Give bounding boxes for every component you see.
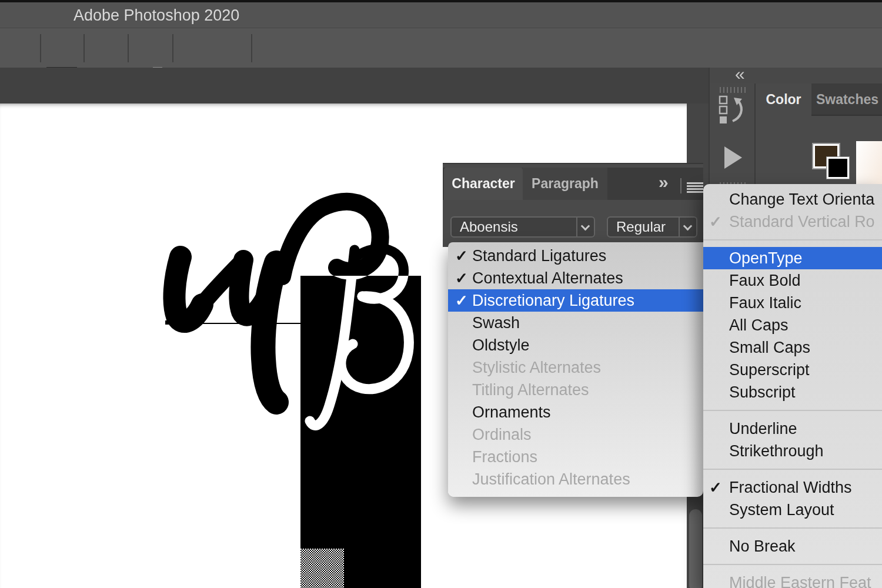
menu-item-contextual-alternates[interactable]: ✓ Contextual Alternates	[448, 267, 703, 289]
menu-item-faux-italic[interactable]: Faux Italic	[703, 292, 882, 314]
background-color-swatch[interactable]	[827, 157, 849, 179]
menu-item-faux-bold[interactable]: Faux Bold	[703, 269, 882, 292]
menu-item-ornaments[interactable]: Ornaments	[448, 401, 703, 423]
menu-item-oldstyle[interactable]: Oldstyle	[448, 334, 703, 356]
menu-item-no-break[interactable]: No Break	[703, 535, 882, 557]
character-panel-tabstrip: Character Paragraph »	[443, 168, 703, 200]
menu-item-system-layout[interactable]: System Layout	[703, 499, 882, 521]
font-family-value: Aboensis	[460, 218, 518, 236]
baseline-anchor-point[interactable]	[165, 320, 169, 325]
menu-item-subscript[interactable]: Subscript	[703, 381, 882, 403]
tab-character[interactable]: Character	[444, 168, 523, 200]
tab-swatches[interactable]: Swatches	[811, 83, 882, 116]
toolbar-divider	[83, 34, 85, 62]
menu-item-underline[interactable]: Underline	[703, 417, 882, 440]
menu-item-stylistic-alternates: Stylistic Alternates	[448, 356, 703, 379]
menu-item-standard-vertical-roman: ✓ Standard Vertical Ro	[703, 211, 882, 233]
menu-item-strikethrough[interactable]: Strikethrough	[703, 440, 882, 462]
font-style-select[interactable]: Regular	[607, 216, 697, 238]
transparency-checker	[300, 549, 344, 588]
menu-item-ordinals: Ordinals	[448, 423, 703, 446]
canvas-header-strip	[0, 68, 709, 103]
menu-item-opentype[interactable]: OpenType	[703, 247, 882, 269]
dropdown-chevron-box[interactable]	[576, 218, 594, 236]
check-icon: ✓	[455, 245, 468, 267]
menu-item-fractions: Fractions	[448, 446, 703, 468]
options-bar: T 3D	[0, 28, 882, 68]
panel-divider	[680, 178, 681, 193]
snapshot-action-icon[interactable]	[719, 95, 748, 126]
check-icon: ✓	[455, 267, 468, 289]
dock-header: «	[710, 68, 882, 83]
character-panel: Character Paragraph » Aboensis Regular	[443, 163, 703, 247]
menu-separator	[703, 239, 882, 240]
menu-item-titling-alternates: Titling Alternates	[448, 379, 703, 401]
menu-item-discretionary-ligatures[interactable]: ✓ Discretionary Ligatures	[448, 289, 703, 312]
panel-menu-icon[interactable]	[687, 182, 703, 193]
menu-separator	[703, 564, 882, 565]
title-bar[interactable]: Adobe Photoshop 2020	[0, 2, 882, 28]
toolbar-divider	[172, 34, 173, 62]
menu-item-small-caps[interactable]: Small Caps	[703, 336, 882, 359]
toolbar-divider	[251, 34, 252, 62]
check-icon: ✓	[709, 211, 722, 233]
check-icon: ✓	[709, 476, 722, 499]
chevron-down-icon	[683, 222, 693, 231]
menu-item-superscript[interactable]: Superscript	[703, 359, 882, 381]
menu-item-change-text-orientation[interactable]: Change Text Orienta	[703, 188, 882, 211]
dropdown-chevron-box[interactable]	[679, 218, 696, 236]
menu-separator	[703, 527, 882, 529]
toolbar-divider	[128, 34, 129, 62]
check-icon: ✓	[455, 289, 468, 312]
menu-item-justification-alternates: Justification Alternates	[448, 468, 703, 490]
character-panel-menu: Change Text Orienta ✓ Standard Vertical …	[703, 184, 882, 588]
menu-separator	[703, 410, 882, 411]
window-title: Adobe Photoshop 2020	[74, 2, 239, 28]
panel-grip-dots[interactable]	[720, 87, 746, 93]
tab-paragraph[interactable]: Paragraph	[523, 168, 607, 200]
collapse-panels-icon[interactable]: «	[735, 64, 744, 84]
font-family-select[interactable]: Aboensis	[450, 216, 595, 238]
vertical-scrollbar-thumb[interactable]	[689, 509, 702, 588]
panel-expand-icon[interactable]: »	[659, 172, 667, 192]
photoshop-window: Adobe Photoshop 2020 T	[0, 0, 882, 588]
opentype-submenu: ✓ Standard Ligatures ✓ Contextual Altern…	[448, 242, 703, 497]
menu-item-fractional-widths[interactable]: ✓ Fractional Widths	[703, 476, 882, 499]
text-baseline	[166, 323, 300, 324]
calligraphy-artwork	[159, 165, 429, 517]
menu-item-all-caps[interactable]: All Caps	[703, 314, 882, 336]
tab-color[interactable]: Color	[756, 83, 811, 116]
menu-item-standard-ligatures[interactable]: ✓ Standard Ligatures	[448, 245, 703, 267]
font-style-value: Regular	[616, 218, 666, 236]
menu-separator	[703, 469, 882, 470]
menu-item-middle-eastern-features: Middle Eastern Feat	[703, 572, 882, 588]
chevron-down-icon	[581, 222, 590, 231]
toolbar-divider	[40, 34, 41, 62]
play-action-icon[interactable]	[724, 146, 742, 169]
menu-item-swash[interactable]: Swash	[448, 312, 703, 334]
